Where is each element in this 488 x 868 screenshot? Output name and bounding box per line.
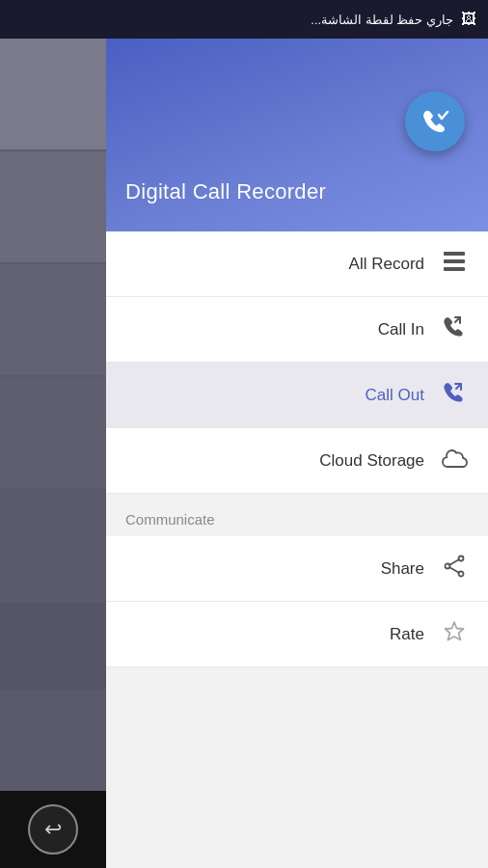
svg-line-8 [449, 559, 459, 564]
main-content: Digital Call Recorder All Record Call In [106, 39, 488, 868]
phone-check-icon [420, 107, 449, 136]
cloud-storage-label: Cloud Storage [319, 451, 424, 471]
call-in-icon [440, 314, 469, 345]
back-button-container: ↩ [0, 791, 106, 868]
sidebar-block-4 [0, 377, 106, 488]
svg-rect-2 [444, 267, 465, 271]
back-arrow-icon: ↩ [44, 817, 62, 842]
rate-label: Rate [390, 625, 424, 644]
menu-item-share[interactable]: Share [106, 536, 488, 602]
sidebar-block-6 [0, 603, 106, 690]
menu-item-cloud-storage[interactable]: Cloud Storage [106, 428, 488, 494]
sidebar-block-2 [0, 151, 106, 262]
menu-item-rate[interactable]: Rate [106, 602, 488, 667]
call-in-label: Call In [378, 320, 424, 339]
status-bar: جاري حفظ لقطة الشاشة... 🖼 [0, 0, 488, 39]
fab-button[interactable] [405, 92, 465, 151]
call-out-icon [440, 380, 469, 411]
sidebar-block-1 [0, 39, 106, 149]
status-bar-text: جاري حفظ لقطة الشاشة... [311, 13, 453, 27]
sidebar-block-3 [0, 264, 106, 375]
svg-rect-1 [444, 259, 465, 263]
svg-rect-0 [444, 252, 465, 256]
communicate-label: Communicate [125, 511, 215, 528]
menu-item-call-out[interactable]: Call Out [106, 363, 488, 428]
communicate-section-header: Communicate [106, 494, 488, 536]
app-title: Digital Call Recorder [125, 179, 326, 204]
menu-section: All Record Call In Call Ou [106, 231, 488, 494]
menu-item-call-in[interactable]: Call In [106, 297, 488, 363]
svg-line-9 [449, 567, 459, 572]
all-record-label: All Record [349, 255, 424, 274]
screenshot-icon: 🖼 [461, 11, 476, 28]
all-record-icon [440, 249, 469, 280]
sidebar-block-5 [0, 490, 106, 601]
communicate-menu-section: Share Rate [106, 536, 488, 667]
call-out-label: Call Out [366, 386, 424, 405]
share-icon [440, 554, 469, 584]
rate-star-icon [440, 619, 469, 650]
share-label: Share [381, 559, 424, 579]
sidebar [0, 39, 106, 868]
menu-item-all-record[interactable]: All Record [106, 231, 488, 297]
app-header: Digital Call Recorder [106, 39, 488, 231]
cloud-storage-icon [440, 448, 469, 475]
back-button[interactable]: ↩ [28, 804, 78, 854]
